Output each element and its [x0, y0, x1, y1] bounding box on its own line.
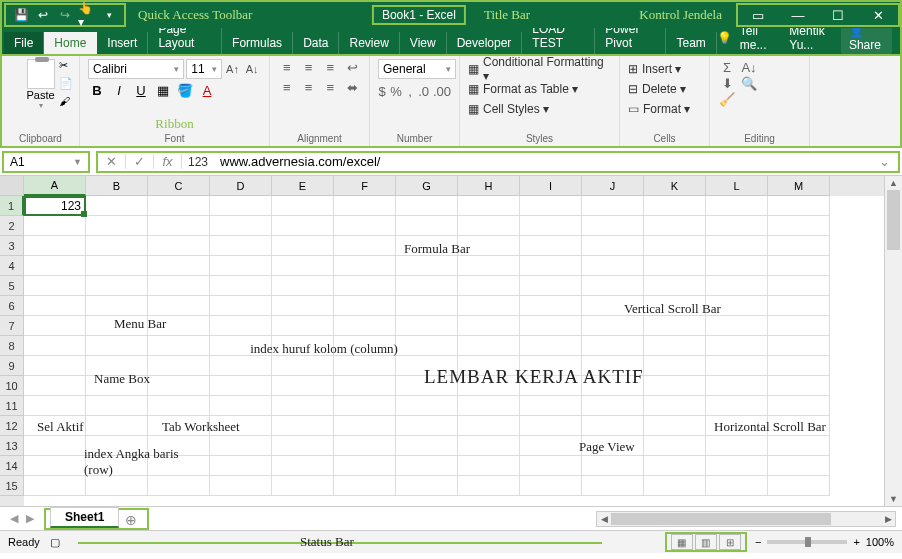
cell[interactable] — [458, 476, 520, 496]
cell-styles-button[interactable]: ▦Cell Styles ▾ — [468, 99, 611, 119]
cell[interactable] — [458, 396, 520, 416]
cell[interactable] — [210, 456, 272, 476]
column-header[interactable]: H — [458, 176, 520, 196]
cell[interactable] — [582, 356, 644, 376]
cell[interactable] — [458, 436, 520, 456]
cell[interactable] — [768, 296, 830, 316]
increase-decimal-icon[interactable]: .0 — [418, 83, 429, 99]
cell[interactable] — [582, 436, 644, 456]
zoom-in-icon[interactable]: + — [853, 536, 859, 548]
cell[interactable] — [86, 336, 148, 356]
cell[interactable] — [210, 276, 272, 296]
cell[interactable] — [768, 216, 830, 236]
cell[interactable] — [210, 416, 272, 436]
scroll-down-icon[interactable]: ▼ — [885, 492, 902, 506]
cell[interactable] — [334, 196, 396, 216]
cell[interactable] — [706, 436, 768, 456]
insert-cells-button[interactable]: ⊞Insert ▾ — [628, 59, 701, 79]
cell[interactable] — [582, 276, 644, 296]
row-header[interactable]: 6 — [0, 296, 24, 316]
decrease-decimal-icon[interactable]: .00 — [433, 83, 451, 99]
zoom-slider[interactable] — [767, 540, 847, 544]
column-header[interactable]: C — [148, 176, 210, 196]
cell[interactable] — [706, 256, 768, 276]
redo-icon[interactable]: ↪ — [56, 6, 74, 24]
fill-icon[interactable]: ⬇ — [718, 75, 736, 91]
row-header[interactable]: 5 — [0, 276, 24, 296]
name-box[interactable]: A1 ▼ — [2, 151, 90, 173]
column-header[interactable]: K — [644, 176, 706, 196]
page-layout-view-icon[interactable]: ▥ — [695, 534, 717, 550]
tab-file[interactable]: File — [4, 32, 44, 54]
cell[interactable] — [644, 416, 706, 436]
align-bottom-icon[interactable]: ≡ — [322, 59, 340, 75]
tab-developer[interactable]: Developer — [447, 32, 523, 54]
row-header[interactable]: 10 — [0, 376, 24, 396]
column-header[interactable]: E — [272, 176, 334, 196]
cell[interactable] — [334, 416, 396, 436]
vertical-scrollbar[interactable]: ▲ ▼ — [884, 176, 902, 506]
cell[interactable] — [210, 396, 272, 416]
cell[interactable] — [86, 436, 148, 456]
cell[interactable] — [210, 376, 272, 396]
cell[interactable] — [272, 236, 334, 256]
cell[interactable] — [334, 476, 396, 496]
cell[interactable] — [148, 216, 210, 236]
scroll-right-icon[interactable]: ▶ — [881, 512, 895, 526]
tell-me-icon[interactable]: 💡 — [717, 31, 732, 45]
cell[interactable] — [706, 296, 768, 316]
cell[interactable] — [24, 216, 86, 236]
cell[interactable] — [520, 336, 582, 356]
tab-view[interactable]: View — [400, 32, 447, 54]
cell[interactable] — [458, 416, 520, 436]
cell[interactable] — [458, 376, 520, 396]
cell[interactable] — [644, 216, 706, 236]
cell[interactable] — [210, 296, 272, 316]
add-sheet-icon[interactable]: ⊕ — [119, 512, 143, 528]
cell[interactable] — [768, 276, 830, 296]
cell[interactable] — [396, 316, 458, 336]
touch-mode-icon[interactable]: 👆▾ — [78, 6, 96, 24]
align-center-icon[interactable]: ≡ — [300, 79, 318, 95]
cell[interactable] — [396, 436, 458, 456]
row-header[interactable]: 1 — [0, 196, 24, 216]
cell[interactable] — [706, 216, 768, 236]
cell[interactable] — [148, 356, 210, 376]
cell[interactable] — [520, 376, 582, 396]
cell[interactable] — [396, 256, 458, 276]
cell[interactable] — [644, 376, 706, 396]
cell[interactable] — [458, 336, 520, 356]
align-middle-icon[interactable]: ≡ — [300, 59, 318, 75]
cell[interactable] — [644, 196, 706, 216]
cell[interactable] — [396, 196, 458, 216]
cell[interactable] — [24, 396, 86, 416]
cell[interactable] — [458, 296, 520, 316]
column-header[interactable]: F — [334, 176, 396, 196]
cell[interactable] — [86, 376, 148, 396]
cell[interactable] — [768, 256, 830, 276]
font-size-combo[interactable]: 11▾ — [186, 59, 221, 79]
sheet-prev-icon[interactable]: ◀ — [10, 512, 18, 525]
delete-cells-button[interactable]: ⊟Delete ▾ — [628, 79, 701, 99]
cell[interactable] — [334, 216, 396, 236]
cell[interactable] — [148, 336, 210, 356]
cell[interactable] — [24, 336, 86, 356]
find-icon[interactable]: 🔍 — [740, 75, 758, 91]
cell[interactable] — [706, 316, 768, 336]
cell[interactable] — [148, 456, 210, 476]
cell[interactable] — [272, 256, 334, 276]
scrollbar-thumb[interactable] — [887, 190, 900, 250]
scroll-up-icon[interactable]: ▲ — [885, 176, 902, 190]
zoom-thumb[interactable] — [805, 537, 811, 547]
scrollbar-thumb[interactable] — [611, 513, 831, 525]
cell[interactable] — [396, 296, 458, 316]
format-as-table-button[interactable]: ▦Format as Table ▾ — [468, 79, 611, 99]
cell[interactable] — [706, 336, 768, 356]
cell[interactable] — [458, 456, 520, 476]
save-icon[interactable]: 💾 — [12, 6, 30, 24]
cell[interactable] — [86, 256, 148, 276]
grid[interactable]: A B C D E F G H I J K L M 123 document.w… — [24, 176, 884, 506]
cell[interactable] — [582, 296, 644, 316]
format-cells-button[interactable]: ▭Format ▾ — [628, 99, 701, 119]
cell[interactable] — [520, 456, 582, 476]
